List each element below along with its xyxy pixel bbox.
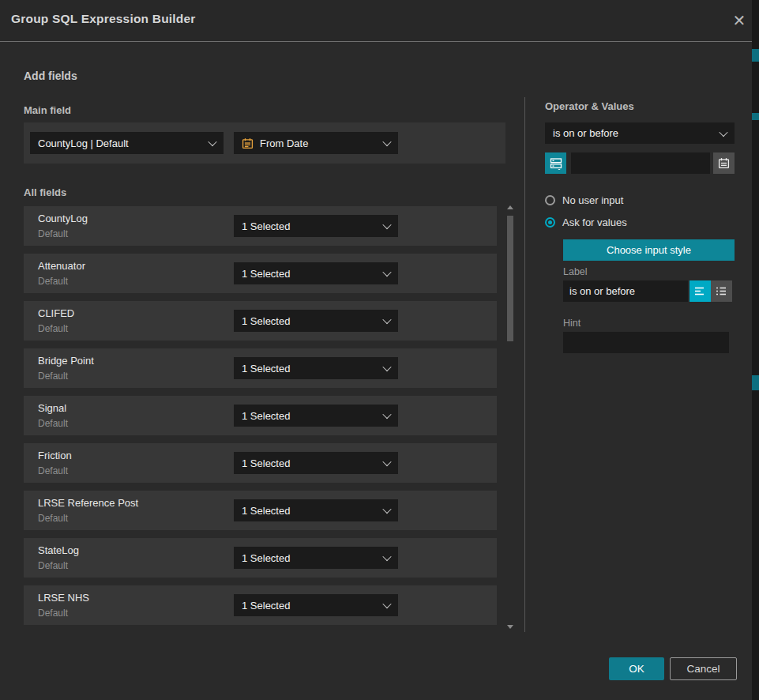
- field-name: Signal: [38, 402, 66, 414]
- chevron-down-icon: [382, 552, 391, 561]
- edge-fragment: [752, 375, 759, 390]
- all-fields-heading: All fields: [24, 186, 66, 198]
- field-selected-value: 1 Selected: [242, 268, 384, 280]
- field-sublabel: Default: [38, 465, 68, 476]
- field-selected-dropdown[interactable]: 1 Selected: [234, 262, 398, 284]
- field-selected-dropdown[interactable]: 1 Selected: [234, 310, 398, 332]
- chevron-down-icon: [382, 505, 391, 514]
- field-selected-dropdown[interactable]: 1 Selected: [234, 215, 398, 237]
- field-selected-dropdown[interactable]: 1 Selected: [234, 452, 398, 474]
- ask-for-values-radio[interactable]: Ask for values: [545, 216, 627, 228]
- scrollbar-thumb[interactable]: [507, 216, 513, 341]
- ask-for-values-label: Ask for values: [562, 216, 627, 228]
- field-selected-value: 1 Selected: [242, 363, 384, 374]
- field-selected-value: 1 Selected: [242, 457, 384, 469]
- vertical-divider: [524, 97, 525, 632]
- date-value-input[interactable]: [571, 152, 710, 174]
- calendar-icon: [242, 137, 254, 149]
- main-field-dataset-dropdown[interactable]: CountyLog | Default: [30, 132, 224, 154]
- chevron-down-icon: [382, 410, 391, 419]
- field-selected-dropdown[interactable]: 1 Selected: [234, 499, 398, 521]
- field-row: Bridge Point Default 1 Selected: [24, 348, 497, 388]
- field-name: CLIFED: [38, 307, 74, 319]
- single-input-style-button[interactable]: [689, 280, 711, 302]
- operator-dropdown-value: is on or before: [553, 127, 720, 139]
- field-name: CountyLog: [38, 213, 88, 224]
- chevron-down-icon: [382, 137, 391, 146]
- hint-caption: Hint: [563, 318, 581, 329]
- fields-list-scrollbar[interactable]: [506, 202, 515, 632]
- value-type-button[interactable]: [545, 152, 566, 174]
- field-selected-dropdown[interactable]: 1 Selected: [234, 357, 398, 379]
- date-picker-button[interactable]: [713, 152, 735, 174]
- group-sql-expression-builder-dialog: Group SQL Expression Builder ✕ Add field…: [0, 0, 759, 700]
- title-bar: Group SQL Expression Builder ✕: [0, 0, 752, 42]
- background-app-edge: [752, 0, 759, 700]
- choose-input-style-button[interactable]: Choose input style: [563, 239, 735, 261]
- dialog-title: Group SQL Expression Builder: [11, 12, 196, 26]
- close-icon[interactable]: ✕: [729, 10, 750, 31]
- field-row: LRSE Reference Post Default 1 Selected: [24, 491, 497, 530]
- ok-button[interactable]: OK: [609, 657, 664, 680]
- all-fields-list: CountyLog Default 1 Selected Attenuator …: [24, 206, 497, 633]
- field-selected-value: 1 Selected: [242, 552, 384, 564]
- bulleted-list-icon: [716, 286, 727, 296]
- chevron-down-icon: [382, 457, 391, 466]
- field-selected-value: 1 Selected: [242, 410, 384, 422]
- field-sublabel: Default: [38, 608, 68, 619]
- field-selected-value: 1 Selected: [242, 220, 384, 232]
- field-row: Attenuator Default 1 Selected: [24, 254, 497, 293]
- field-row: StateLog Default 1 Selected: [24, 538, 497, 578]
- edge-fragment: [752, 113, 759, 120]
- align-left-icon: [694, 286, 706, 296]
- no-user-input-radio[interactable]: No user input: [545, 194, 623, 206]
- field-sublabel: Default: [38, 513, 68, 524]
- field-name: LRSE Reference Post: [38, 497, 138, 509]
- label-input[interactable]: [563, 280, 688, 302]
- field-name: Friction: [38, 450, 72, 461]
- operator-dropdown[interactable]: is on or before: [545, 122, 735, 144]
- no-user-input-label: No user input: [562, 194, 623, 206]
- field-selected-dropdown[interactable]: 1 Selected: [234, 405, 398, 427]
- field-row: CountyLog Default 1 Selected: [24, 206, 497, 246]
- field-sublabel: Default: [38, 276, 68, 287]
- cancel-button[interactable]: Cancel: [670, 657, 737, 680]
- field-dropdown-value: From Date: [260, 137, 378, 149]
- field-sublabel: Default: [38, 228, 68, 239]
- label-caption: Label: [563, 266, 588, 277]
- dataset-dropdown-value: CountyLog | Default: [38, 137, 209, 149]
- list-input-style-button[interactable]: [711, 280, 732, 302]
- hint-input[interactable]: [563, 332, 729, 353]
- chevron-down-icon: [382, 268, 391, 277]
- field-selected-value: 1 Selected: [242, 505, 384, 517]
- field-name: StateLog: [38, 544, 79, 556]
- scroll-down-icon[interactable]: [507, 625, 513, 629]
- field-selected-value: 1 Selected: [242, 315, 384, 327]
- field-row: Friction Default 1 Selected: [24, 443, 497, 483]
- scroll-up-icon[interactable]: [507, 205, 513, 209]
- calendar-icon: [718, 157, 730, 169]
- field-selected-value: 1 Selected: [242, 600, 384, 612]
- chevron-down-icon: [719, 127, 727, 136]
- edge-fragment: [752, 49, 759, 62]
- field-selected-dropdown[interactable]: 1 Selected: [234, 594, 398, 616]
- chevron-down-icon: [382, 315, 391, 324]
- radio-checked-icon: [545, 217, 555, 228]
- field-row: Signal Default 1 Selected: [24, 396, 497, 435]
- stacked-values-icon: [550, 157, 562, 170]
- main-field-field-dropdown[interactable]: From Date: [234, 132, 398, 154]
- field-sublabel: Default: [38, 418, 68, 429]
- field-selected-dropdown[interactable]: 1 Selected: [234, 547, 398, 569]
- field-name: LRSE NHS: [38, 592, 89, 604]
- chevron-down-icon: [382, 600, 391, 608]
- main-field-heading: Main field: [24, 104, 71, 116]
- field-row: CLIFED Default 1 Selected: [24, 301, 497, 341]
- chevron-down-icon: [382, 220, 391, 229]
- radio-unchecked-icon: [545, 195, 555, 205]
- chevron-down-icon: [382, 363, 391, 371]
- add-fields-heading: Add fields: [24, 70, 77, 82]
- field-row: LRSE NHS Default 1 Selected: [24, 585, 497, 625]
- chevron-down-icon: [208, 137, 216, 146]
- field-name: Attenuator: [38, 260, 85, 272]
- field-sublabel: Default: [38, 560, 68, 571]
